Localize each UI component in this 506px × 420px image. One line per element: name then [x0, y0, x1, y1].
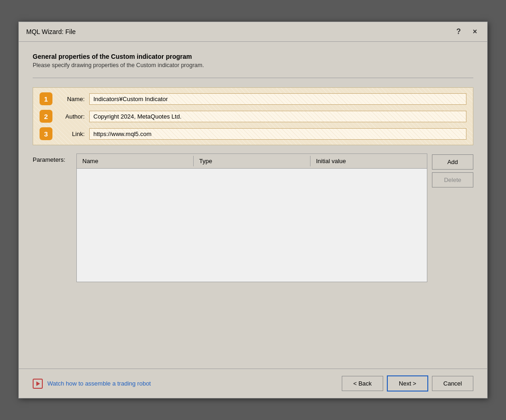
close-button[interactable]: × [470, 27, 480, 37]
watch-label: Watch how to assemble a trading robot [47, 380, 151, 387]
help-button[interactable]: ? [454, 27, 464, 37]
cancel-button[interactable]: Cancel [432, 376, 473, 391]
section-title: General properties of the Custom indicat… [33, 53, 473, 60]
params-table-header: Name Type Initial value [77, 154, 427, 169]
link-field-row: 3 Link: [40, 127, 466, 140]
badge-3: 3 [40, 127, 52, 140]
badge-1: 1 [40, 92, 52, 105]
params-table: Name Type Initial value [76, 153, 427, 282]
params-action-buttons: Add Delete [432, 153, 473, 187]
form-area: 1 Name: 2 Author: 3 Link: [33, 87, 473, 145]
title-bar: MQL Wizard: File ? × [19, 22, 487, 42]
params-table-body [77, 169, 427, 282]
author-field-row: 2 Author: [40, 110, 466, 123]
add-button[interactable]: Add [432, 154, 473, 170]
col-type: Type [194, 156, 310, 166]
name-label: Name: [57, 96, 85, 102]
title-bar-controls: ? × [454, 27, 480, 37]
link-input[interactable] [89, 128, 466, 140]
footer-nav-buttons: < Back Next > Cancel [342, 375, 473, 392]
mql-wizard-dialog: MQL Wizard: File ? × General properties … [18, 22, 488, 398]
section-subtitle: Please specify drawing properties of the… [33, 62, 473, 68]
play-icon [33, 379, 43, 389]
next-button[interactable]: Next > [387, 375, 428, 392]
watch-link[interactable]: Watch how to assemble a trading robot [33, 379, 151, 389]
dialog-footer: Watch how to assemble a trading robot < … [19, 369, 487, 398]
col-name: Name [77, 156, 194, 166]
play-triangle-icon [36, 381, 40, 386]
params-section: Parameters: Name Type Initial value Add … [33, 153, 473, 361]
delete-button[interactable]: Delete [432, 172, 473, 187]
dialog-body: General properties of the Custom indicat… [19, 42, 487, 369]
dialog-title: MQL Wizard: File [26, 28, 76, 35]
params-label: Parameters: [33, 153, 72, 163]
author-label: Author: [57, 113, 85, 120]
name-field-row: 1 Name: [40, 92, 466, 105]
author-input[interactable] [89, 111, 466, 122]
col-initial-value: Initial value [310, 156, 427, 166]
badge-2: 2 [40, 110, 52, 123]
back-button[interactable]: < Back [342, 376, 383, 391]
name-input[interactable] [89, 93, 466, 105]
link-label: Link: [57, 131, 85, 137]
divider [33, 78, 473, 78]
